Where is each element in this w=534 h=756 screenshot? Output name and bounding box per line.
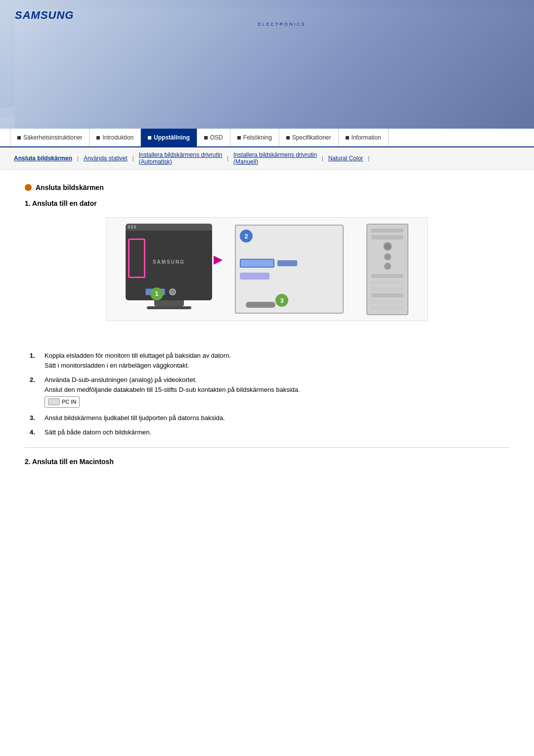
- nav-square-icon: [96, 136, 100, 140]
- diagram-connectors-area: 2 3: [235, 225, 344, 314]
- step-1-badge: 1: [150, 287, 163, 300]
- magenta-arrow-icon: ▶: [214, 253, 222, 266]
- section-bullet-icon: [25, 184, 32, 191]
- nav-item-osd[interactable]: OSD: [197, 129, 230, 146]
- brand-name: SAMSUNG: [15, 9, 534, 22]
- instruction-4: 4. Sätt på både datorn och bildskärmen.: [25, 427, 509, 437]
- nav-square-icon: [17, 136, 21, 140]
- tab-natural-color[interactable]: Natural Color: [324, 154, 367, 163]
- header-banner: SAMSUNG ELECTRONICS SAMSUNG DIGITall↷ ev…: [0, 0, 534, 129]
- samsung-logo: SAMSUNG ELECTRONICS: [15, 9, 534, 129]
- instruction-2: 2. Använda D-sub-anslutningen (analog) p…: [25, 375, 509, 408]
- pc-in-badge: PC IN: [44, 396, 80, 408]
- tab-bar: Ansluta bildskärmen | Använda stativet |…: [0, 147, 534, 170]
- diagram-monitor-back: SAMSUNG ▶ 1: [126, 224, 212, 315]
- sub-heading-pc: 1. Ansluta till en dator: [25, 199, 509, 207]
- tab-installera-manuell[interactable]: Installera bildskärmens drivrutin (Manue…: [229, 150, 321, 166]
- instr-text-1: Koppla elsladden för monitorn till elutt…: [44, 351, 509, 370]
- diagram-pc-tower: [366, 224, 408, 315]
- nav-item-felsokn[interactable]: Felsökning: [230, 129, 279, 146]
- nav-item-uppstallning[interactable]: Uppställning: [141, 129, 197, 146]
- tab-installera-auto[interactable]: Installera bildskärmens drivrutin (Autom…: [134, 150, 226, 166]
- section-divider: [25, 447, 509, 448]
- pc-in-icon: [48, 398, 60, 405]
- instr-text-3: Anslut bildskärmens ljudkabel till ljudp…: [44, 413, 509, 423]
- instr-text-4: Sätt på både datorn och bildskärmen.: [44, 427, 509, 437]
- nav-item-specifikationer[interactable]: Specifikationer: [279, 129, 339, 146]
- nav-square-icon: [204, 136, 208, 140]
- nav-square-icon: [148, 136, 151, 140]
- brand-sub: ELECTRONICS: [15, 22, 534, 27]
- connection-diagram: SAMSUNG ▶ 1: [25, 217, 509, 336]
- pink-highlight-box: [128, 238, 145, 278]
- nav-square-icon: [346, 136, 349, 140]
- instr-num-1: 1.: [25, 351, 44, 370]
- step-2-badge: 2: [240, 230, 253, 242]
- tab-ansluta-bildskarmen[interactable]: Ansluta bildskärmen: [10, 154, 76, 163]
- section-header: Ansluta bildskärmen: [25, 184, 509, 191]
- nav-item-sakerhet[interactable]: Säkerhetsinstruktioner: [10, 129, 89, 146]
- pc-in-label: PC IN: [62, 398, 76, 406]
- instruction-3: 3. Anslut bildskärmens ljudkabel till lj…: [25, 413, 509, 423]
- macintosh-heading: 2. Ansluta till en Macintosh: [25, 458, 509, 466]
- instr-num-2: 2.: [25, 375, 44, 408]
- instruction-1: 1. Koppla elsladden för monitorn till el…: [25, 351, 509, 370]
- nav-square-icon: [237, 136, 241, 140]
- instr-text-2: Använda D-sub-anslutningen (analog) på v…: [44, 375, 509, 408]
- main-navigation: Säkerhetsinstruktioner Introduktion Upps…: [0, 129, 534, 147]
- main-content: Ansluta bildskärmen 1. Ansluta till en d…: [0, 170, 534, 480]
- nav-item-information[interactable]: Information: [339, 129, 389, 146]
- instr-num-4: 4.: [25, 427, 44, 437]
- nav-square-icon: [286, 136, 290, 140]
- section-title: Ansluta bildskärmen: [36, 184, 104, 191]
- instructions-list: 1. Koppla elsladden för monitorn till el…: [25, 351, 509, 437]
- instr-num-3: 3.: [25, 413, 44, 423]
- tab-anvanda-stativet[interactable]: Använda stativet: [80, 154, 132, 163]
- step-3-badge: 3: [275, 294, 288, 307]
- nav-item-introduktion[interactable]: Introduktion: [89, 129, 141, 146]
